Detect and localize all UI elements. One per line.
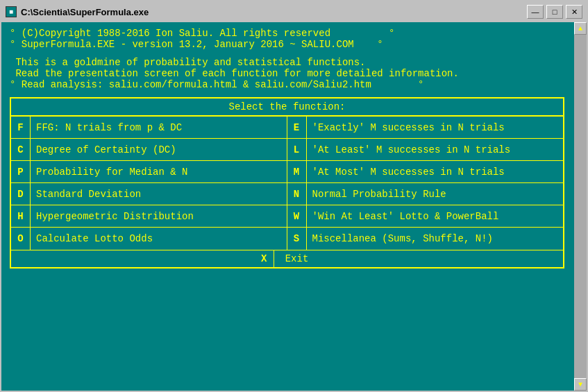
menu-key-d: D	[11, 183, 31, 205]
menu-container: Select the function: F FFG: N trials fro…	[10, 97, 564, 269]
menu-label-p: Probability for Median & N	[31, 164, 193, 180]
menu-key-l: L	[287, 139, 307, 160]
menu-key-f: F	[11, 117, 31, 138]
menu-label-f: FFG: N trials from p & DC	[31, 119, 187, 136]
menu-label-n: Normal Probability Rule	[307, 186, 452, 203]
menu-label-c: Degree of Certainty (DC)	[31, 142, 182, 158]
menu-label-l: 'At Least' M successes in N trials	[307, 142, 516, 158]
scrollbar[interactable]: ▲ ▼	[574, 22, 587, 391]
menu-grid: F FFG: N trials from p & DC C Degree of …	[11, 117, 563, 250]
application-window: ■ C:\Scientia\SuperFormula.exe — □ ✕ ° (…	[0, 0, 588, 392]
menu-row-o[interactable]: O Calculate Lotto Odds	[11, 228, 287, 250]
terminal-area: ° (C)Copyright 1988-2016 Ion Saliu. All …	[1, 22, 587, 391]
menu-key-x: X	[255, 250, 274, 267]
menu-row-h[interactable]: H Hypergeometric Distribution	[11, 205, 287, 228]
menu-row-c[interactable]: C Degree of Certainty (DC)	[11, 139, 287, 161]
title-bar: ■ C:\Scientia\SuperFormula.exe — □ ✕	[1, 1, 587, 22]
minimize-button[interactable]: —	[527, 5, 544, 19]
menu-row-l[interactable]: L 'At Least' M successes in N trials	[287, 139, 564, 161]
intro-line-1: This is a goldmine of probability and st…	[10, 57, 578, 68]
menu-key-p: P	[11, 161, 31, 182]
scroll-up-button[interactable]: ▲	[574, 22, 587, 35]
header-line-1: ° (C)Copyright 1988-2016 Ion Saliu. All …	[10, 28, 578, 39]
menu-row-e[interactable]: E 'Exactly' M successes in N trials	[287, 117, 564, 139]
menu-key-c: C	[11, 139, 31, 160]
intro-block: This is a goldmine of probability and st…	[10, 57, 578, 90]
menu-row-m[interactable]: M 'At Most' M successes in N trials	[287, 161, 564, 183]
header-line-2: ° SuperFormula.EXE - version 13.2, Janua…	[10, 39, 578, 50]
menu-row-d[interactable]: D Standard Deviation	[11, 183, 287, 205]
menu-title: Select the function:	[11, 99, 563, 117]
scrollbar-track[interactable]	[574, 35, 587, 378]
menu-label-exit: Exit	[274, 250, 320, 267]
intro-line-3: ° Read analysis: saliu.com/formula.html …	[10, 79, 578, 90]
close-button[interactable]: ✕	[566, 5, 582, 19]
window-title: C:\Scientia\SuperFormula.exe	[21, 7, 523, 17]
menu-left-column: F FFG: N trials from p & DC C Degree of …	[11, 117, 287, 250]
menu-row-f[interactable]: F FFG: N trials from p & DC	[11, 117, 287, 139]
menu-exit-cell[interactable]: X Exit	[255, 250, 320, 267]
menu-row-w[interactable]: W 'Win At Least' Lotto & PowerBall	[287, 205, 564, 228]
menu-label-o: Calculate Lotto Odds	[31, 230, 158, 247]
menu-label-w: 'Win At Least' Lotto & PowerBall	[307, 208, 505, 225]
menu-label-s: Miscellanea (Sums, Shuffle, N!)	[307, 230, 498, 247]
menu-row-s[interactable]: S Miscellanea (Sums, Shuffle, N!)	[287, 228, 564, 250]
menu-right-column: E 'Exactly' M successes in N trials L 'A…	[287, 117, 564, 250]
window-controls: — □ ✕	[527, 5, 582, 19]
menu-row-p[interactable]: P Probability for Median & N	[11, 161, 287, 183]
menu-exit-row: X Exit	[11, 250, 563, 267]
maximize-button[interactable]: □	[546, 5, 563, 19]
menu-label-d: Standard Deviation	[31, 186, 146, 203]
menu-label-h: Hypergeometric Distribution	[31, 208, 199, 225]
window-icon: ■	[6, 6, 17, 17]
menu-key-h: H	[11, 205, 31, 227]
scroll-down-button[interactable]: ▼	[574, 378, 587, 391]
menu-label-e: 'Exactly' M successes in N trials	[307, 119, 510, 136]
header-block: ° (C)Copyright 1988-2016 Ion Saliu. All …	[10, 28, 578, 50]
menu-key-s: S	[287, 228, 307, 250]
menu-key-n: N	[287, 183, 307, 205]
intro-line-2: Read the presentation screen of each fun…	[10, 68, 578, 79]
menu-key-w: W	[287, 205, 307, 227]
menu-row-n[interactable]: N Normal Probability Rule	[287, 183, 564, 205]
menu-key-e: E	[287, 117, 307, 138]
menu-key-o: O	[11, 228, 31, 250]
menu-label-m: 'At Most' M successes in N trials	[307, 164, 510, 180]
menu-key-m: M	[287, 161, 307, 182]
